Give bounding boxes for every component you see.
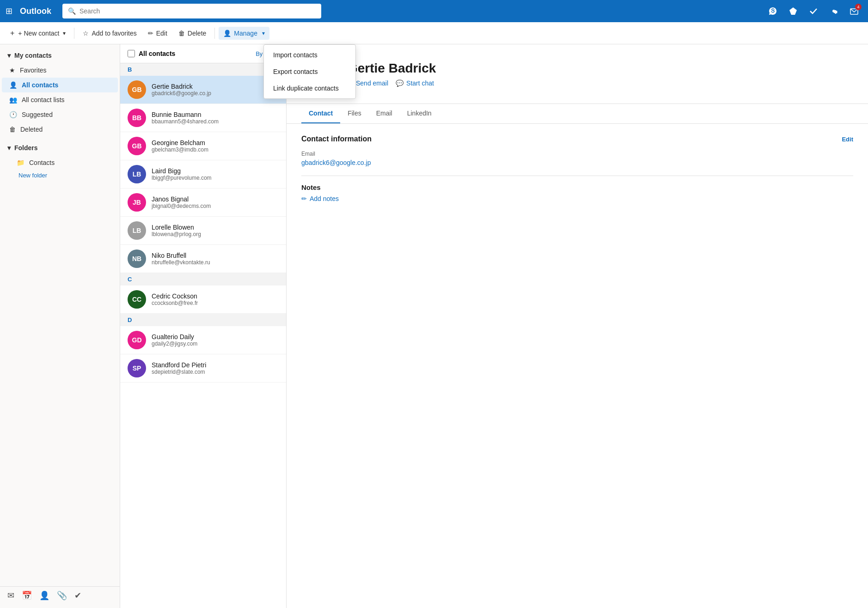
mail-nav-icon[interactable]: ✉: [7, 590, 14, 601]
contact-item-niko-bruffell[interactable]: NB Niko Bruffell nbruffelle@vkontakte.ru: [120, 245, 286, 273]
waffle-icon[interactable]: ⊞: [6, 6, 12, 16]
contact-name: Georgine Belcham: [152, 139, 279, 146]
contact-name: Standford De Pietri: [152, 361, 279, 369]
mail-icon[interactable]: 4: [846, 3, 862, 19]
person-icon: 👤: [9, 81, 17, 89]
link-duplicate-contacts-item[interactable]: Link duplicate contacts: [264, 80, 355, 97]
topbar-right: 4: [764, 3, 862, 19]
contact-item-cedric-cockson[interactable]: CC Cedric Cockson ccocksonb@free.fr: [120, 286, 286, 314]
email-field-value[interactable]: gbadrick6@google.co.jp: [301, 159, 853, 166]
contact-email: nbruffelle@vkontakte.ru: [152, 259, 279, 266]
manage-dropdown-menu: Import contacts Export contacts Link dup…: [263, 44, 356, 99]
contact-name: Lorelle Blowen: [152, 224, 279, 231]
contact-item-gertie-badrick[interactable]: GB Gertie Badrick gbadrick6@google.co.jp: [120, 76, 286, 104]
tab-linkedin[interactable]: LinkedIn: [400, 104, 439, 123]
sidebar-item-suggested[interactable]: 🕐 Suggested: [2, 107, 118, 122]
svg-marker-0: [789, 7, 797, 15]
contact-email: gbelcham3@imdb.com: [152, 146, 279, 153]
search-input[interactable]: [79, 7, 316, 15]
contact-name: Laird Bigg: [152, 167, 279, 175]
sidebar-item-deleted[interactable]: 🗑 Deleted: [2, 122, 118, 137]
contact-name: Niko Bruffell: [152, 252, 279, 259]
checkmark-icon[interactable]: [805, 3, 822, 19]
settings-icon[interactable]: [825, 3, 842, 19]
edit-button[interactable]: ✏ Edit: [143, 27, 172, 40]
tasks-nav-icon[interactable]: ✔: [74, 590, 81, 601]
section-label-d: D: [120, 314, 286, 326]
section-label-c: C: [120, 273, 286, 286]
tab-email[interactable]: Email: [369, 104, 400, 123]
topbar: ⊞ Outlook 🔍 4: [0, 0, 868, 22]
detail-header: GB Gertie Badrick ✉ Send email 💬 Start c…: [287, 44, 868, 104]
detail-body: Contact information Edit Email gbadrick6…: [287, 124, 868, 213]
manage-dropdown-icon: ▾: [262, 30, 265, 36]
search-box[interactable]: 🔍: [62, 4, 321, 18]
contact-email: gbadrick6@google.co.jp: [152, 90, 279, 97]
trash-icon: 🗑: [9, 126, 16, 133]
contact-item-bunnie-baumann[interactable]: BB Bunnie Baumann bbaumann5@4shared.com: [120, 104, 286, 132]
people-icon: 👥: [9, 96, 17, 103]
edit-icon: ✏: [148, 30, 153, 37]
email-field-label: Email: [301, 151, 853, 157]
contact-list: All contacts By last n B GB Gertie Badri…: [120, 44, 287, 608]
contact-email: ccocksonb@free.fr: [152, 300, 279, 306]
calendar-nav-icon[interactable]: 📅: [22, 590, 32, 601]
manage-icon: 👤: [223, 30, 231, 37]
detail-name: Gertie Badrick: [348, 61, 853, 76]
avatar-sp: SP: [128, 359, 146, 377]
add-to-favorites-button[interactable]: ☆ Add to favorites: [78, 27, 141, 40]
new-folder-link[interactable]: New folder: [0, 170, 120, 181]
contact-list-header: All contacts By last n: [120, 44, 286, 63]
avatar-bb: BB: [128, 109, 146, 127]
add-notes-button[interactable]: ✏ Add notes: [301, 195, 339, 202]
detail-edit-button[interactable]: Edit: [842, 136, 853, 143]
folder-icon: 📁: [17, 159, 24, 166]
paperclip-nav-icon[interactable]: 📎: [57, 590, 67, 601]
tab-files[interactable]: Files: [340, 104, 369, 123]
contact-item-lorelle-blowen[interactable]: LB Lorelle Blowen lblowena@prlog.org: [120, 217, 286, 245]
mail-badge: 4: [855, 4, 862, 10]
chevron-down-icon: ▾: [7, 144, 11, 152]
contact-item-laird-bigg[interactable]: LB Laird Bigg lbiggf@purevolume.com: [120, 160, 286, 188]
sidebar-item-contacts-folder[interactable]: 📁 Contacts: [2, 155, 118, 170]
sidebar-item-all-contacts[interactable]: 👤 All contacts: [2, 78, 118, 92]
sidebar-item-all-contact-lists[interactable]: 👥 All contact lists: [2, 92, 118, 107]
contact-name: Janos Bignal: [152, 195, 279, 203]
contact-name: Cedric Cockson: [152, 292, 279, 300]
pencil-icon: ✏: [301, 195, 307, 202]
contact-email: gdaily2@jigsy.com: [152, 340, 279, 347]
contact-item-georgine-belcham[interactable]: GB Georgine Belcham gbelcham3@imdb.com: [120, 132, 286, 160]
skype-icon[interactable]: [764, 3, 781, 19]
avatar-gb1: GB: [128, 80, 146, 99]
new-contact-button[interactable]: + + New contact ▾: [6, 26, 70, 40]
export-contacts-item[interactable]: Export contacts: [264, 63, 355, 80]
start-chat-button[interactable]: 💬 Start chat: [396, 79, 434, 87]
avatar-jb: JB: [128, 193, 146, 212]
avatar-cc: CC: [128, 290, 146, 309]
contact-item-gualterio-daily[interactable]: GD Gualterio Daily gdaily2@jigsy.com: [120, 326, 286, 354]
import-contacts-item[interactable]: Import contacts: [264, 47, 355, 63]
contact-item-standford-de-pietri[interactable]: SP Standford De Pietri sdepietrid@slate.…: [120, 354, 286, 383]
manage-button[interactable]: 👤 Manage ▾: [219, 27, 269, 40]
detail-actions: ✉ Send email 💬 Start chat: [348, 79, 853, 87]
avatar-lb2: LB: [128, 221, 146, 240]
sidebar-item-favorites[interactable]: ★ Favorites: [2, 63, 118, 78]
contact-email: lbiggf@purevolume.com: [152, 175, 279, 181]
clock-icon: 🕐: [9, 111, 17, 118]
star-icon: ☆: [83, 30, 89, 37]
tab-contact[interactable]: Contact: [301, 104, 340, 123]
contact-name: Bunnie Baumann: [152, 111, 279, 118]
contact-email: jbignal0@dedecms.com: [152, 203, 279, 209]
contacts-nav-icon[interactable]: 👤: [39, 590, 49, 601]
detail-tabs: Contact Files Email LinkedIn: [287, 104, 868, 124]
new-contact-dropdown-icon[interactable]: ▾: [63, 30, 66, 36]
contact-name: Gualterio Daily: [152, 333, 279, 340]
sidebar-folders-header[interactable]: ▾ Folders: [0, 140, 120, 155]
trash-icon: 🗑: [178, 30, 185, 37]
select-all-checkbox[interactable]: [128, 50, 135, 57]
delete-button[interactable]: 🗑 Delete: [174, 27, 211, 40]
contact-email: bbaumann5@4shared.com: [152, 118, 279, 125]
diamond-icon[interactable]: [785, 3, 801, 19]
sidebar-my-contacts-header[interactable]: ▾ My contacts: [0, 48, 120, 63]
contact-item-janos-bignal[interactable]: JB Janos Bignal jbignal0@dedecms.com: [120, 188, 286, 217]
